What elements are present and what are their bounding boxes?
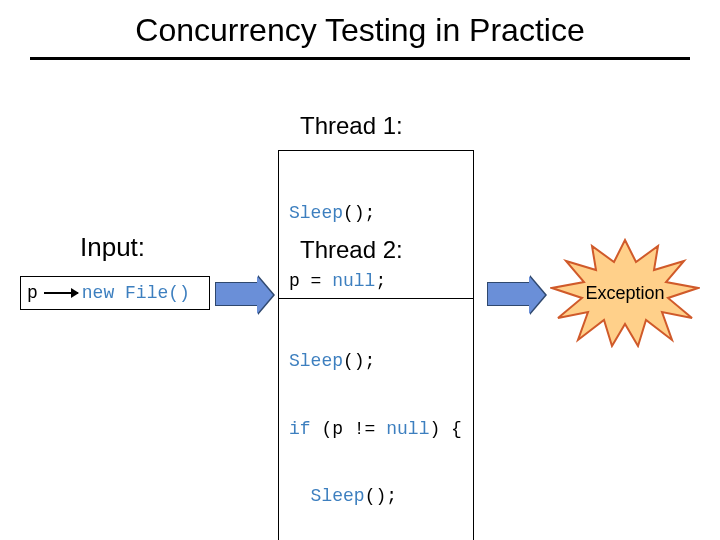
input-heading: Input: [80,232,145,263]
code-token: (p != [311,419,387,439]
code-token: Sleep [289,351,343,371]
exception-callout: Exception [550,238,700,348]
code-token [289,486,311,506]
slide-title: Concurrency Testing in Practice [0,0,720,49]
flow-arrow-icon [487,282,531,306]
thread2-heading: Thread 2: [300,236,403,264]
code-token: ) { [429,419,461,439]
exception-label: Exception [550,238,700,348]
title-rule [30,57,690,60]
code-token: (); [343,203,375,223]
flow-arrow-icon [215,282,259,306]
thread2-line2: if (p != null) { [289,418,463,441]
thread2-codebox: Sleep(); if (p != null) { Sleep(); p.clo… [278,298,474,540]
code-token: (); [343,351,375,371]
code-token: if [289,419,311,439]
code-token: new [82,283,114,303]
code-token: Sleep [289,203,343,223]
pointer-arrow-icon [44,292,78,294]
input-expr: new File() [82,283,190,303]
code-token: File() [125,283,190,303]
input-var: p [27,283,38,303]
input-codebox: p new File() [20,276,210,310]
thread2-line1: Sleep(); [289,350,463,373]
thread1-line2: p = null; [289,270,463,293]
code-token: (); [365,486,397,506]
thread1-line1: Sleep(); [289,202,463,225]
thread2-line3: Sleep(); [289,485,463,508]
code-token: null [332,271,375,291]
code-token: null [386,419,429,439]
thread1-heading: Thread 1: [300,112,403,140]
code-token: Sleep [311,486,365,506]
code-token: ; [375,271,386,291]
code-token: p = [289,271,332,291]
